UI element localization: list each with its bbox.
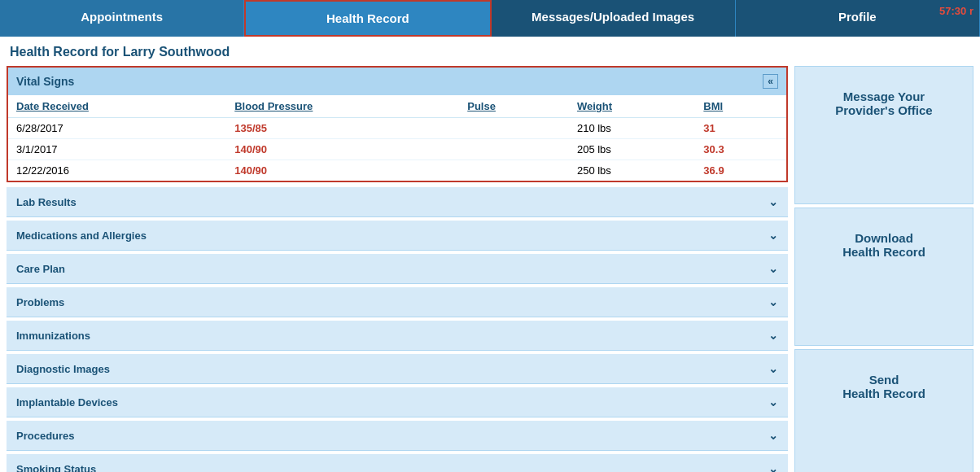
send-health-record-label: SendHealth Record — [842, 373, 925, 400]
section-implantable-devices: Implantable Devices⌄ — [7, 387, 788, 417]
vital-signs-table: Date Received Blood Pressure Pulse Weigh… — [8, 95, 786, 181]
chevron-down-icon: ⌄ — [768, 429, 778, 442]
chevron-down-icon: ⌄ — [768, 195, 778, 208]
message-provider-btn[interactable]: Message YourProvider's Office — [794, 66, 973, 204]
section-label-diagnostic-images: Diagnostic Images — [16, 363, 110, 375]
col-bmi[interactable]: BMI — [695, 95, 786, 118]
nav-bar: Appointments Health Record Messages/Uplo… — [0, 0, 980, 37]
section-label-procedures: Procedures — [16, 430, 75, 442]
message-provider-label: Message YourProvider's Office — [835, 90, 932, 117]
section-diagnostic-images: Diagnostic Images⌄ — [7, 354, 788, 384]
col-blood-pressure[interactable]: Blood Pressure — [226, 95, 459, 118]
chevron-down-icon: ⌄ — [768, 462, 778, 472]
chevron-down-icon: ⌄ — [768, 295, 778, 308]
section-header-procedures[interactable]: Procedures⌄ — [7, 421, 788, 450]
section-label-smoking-status: Smoking Status — [16, 463, 96, 473]
main-layout: Vital Signs « Date Received Blood Pressu… — [0, 66, 980, 472]
section-label-care-plan: Care Plan — [16, 263, 65, 275]
section-smoking-status: Smoking Status⌄ — [7, 454, 788, 472]
chevron-down-icon: ⌄ — [768, 396, 778, 409]
vital-signs-header: Vital Signs « — [8, 68, 786, 95]
vital-signs-collapse-btn[interactable]: « — [763, 74, 778, 89]
session-timer: 57:30 r — [939, 5, 973, 17]
tab-health-record[interactable]: Health Record — [244, 0, 491, 37]
section-label-immunizations: Immunizations — [16, 330, 90, 342]
chevron-down-icon: ⌄ — [768, 329, 778, 342]
section-care-plan: Care Plan⌄ — [7, 254, 788, 284]
section-header-problems[interactable]: Problems⌄ — [7, 287, 788, 317]
table-row: 12/22/2016140/90250 lbs36.9 — [8, 160, 786, 181]
table-row: 6/28/2017135/85210 lbs31 — [8, 118, 786, 139]
section-header-care-plan[interactable]: Care Plan⌄ — [7, 254, 788, 283]
section-immunizations: Immunizations⌄ — [7, 321, 788, 351]
chevron-down-icon: ⌄ — [768, 262, 778, 275]
col-date-received[interactable]: Date Received — [8, 95, 226, 118]
download-health-record-btn[interactable]: DownloadHealth Record — [794, 208, 973, 346]
section-header-immunizations[interactable]: Immunizations⌄ — [7, 321, 788, 350]
section-problems: Problems⌄ — [7, 287, 788, 317]
left-panel: Vital Signs « Date Received Blood Pressu… — [7, 66, 788, 472]
section-header-diagnostic-images[interactable]: Diagnostic Images⌄ — [7, 354, 788, 383]
section-header-lab-results[interactable]: Lab Results⌄ — [7, 187, 788, 216]
collapsible-sections: Lab Results⌄Medications and Allergies⌄Ca… — [7, 187, 788, 472]
section-header-implantable-devices[interactable]: Implantable Devices⌄ — [7, 387, 788, 417]
col-pulse[interactable]: Pulse — [459, 95, 569, 118]
col-weight[interactable]: Weight — [569, 95, 695, 118]
tab-appointments[interactable]: Appointments — [0, 0, 244, 37]
section-lab-results: Lab Results⌄ — [7, 187, 788, 217]
send-health-record-btn[interactable]: SendHealth Record — [794, 349, 973, 472]
download-health-record-label: DownloadHealth Record — [842, 231, 925, 259]
table-row: 3/1/2017140/90205 lbs30.3 — [8, 139, 786, 160]
section-medications-allergies: Medications and Allergies⌄ — [7, 221, 788, 251]
section-label-implantable-devices: Implantable Devices — [16, 396, 118, 409]
section-label-lab-results: Lab Results — [16, 196, 77, 208]
chevron-down-icon: ⌄ — [768, 362, 778, 375]
chevron-down-icon: ⌄ — [768, 229, 778, 242]
section-header-medications-allergies[interactable]: Medications and Allergies⌄ — [7, 221, 788, 250]
vital-signs-section: Vital Signs « Date Received Blood Pressu… — [7, 66, 788, 182]
vital-signs-title: Vital Signs — [16, 75, 74, 88]
section-label-medications-allergies: Medications and Allergies — [16, 229, 147, 242]
section-procedures: Procedures⌄ — [7, 421, 788, 451]
tab-messages[interactable]: Messages/Uploaded Images — [492, 0, 736, 37]
section-label-problems: Problems — [16, 296, 64, 308]
page-title: Health Record for Larry Southwood — [0, 37, 980, 66]
section-header-smoking-status[interactable]: Smoking Status⌄ — [7, 454, 788, 472]
right-panel: Message YourProvider's Office DownloadHe… — [794, 66, 973, 472]
